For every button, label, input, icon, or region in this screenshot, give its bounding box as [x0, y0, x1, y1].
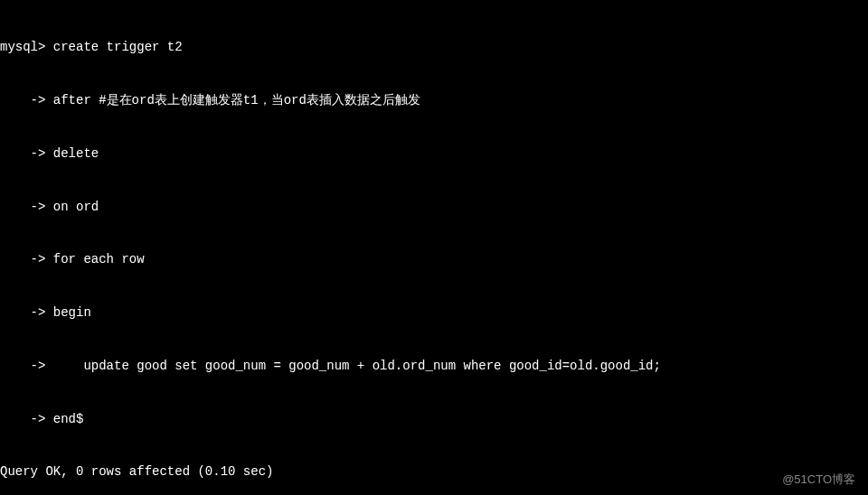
- terminal-line: -> for each row: [0, 251, 868, 269]
- terminal-line: -> begin: [0, 304, 868, 322]
- terminal-line: -> after #是在ord表上创建触发器t1，当ord表插入数据之后触发: [0, 92, 868, 110]
- terminal-line: mysql> create trigger t2: [0, 39, 868, 57]
- terminal-line: -> on ord: [0, 199, 868, 217]
- watermark-text: @51CTO博客: [782, 472, 855, 488]
- terminal-line: -> update good set good_num = good_num +…: [0, 358, 868, 376]
- terminal-line: Query OK, 0 rows affected (0.10 sec): [0, 463, 868, 481]
- terminal-output: mysql> create trigger t2 -> after #是在ord…: [0, 4, 868, 495]
- terminal-line: -> delete: [0, 145, 868, 163]
- terminal-line: -> end$: [0, 411, 868, 429]
